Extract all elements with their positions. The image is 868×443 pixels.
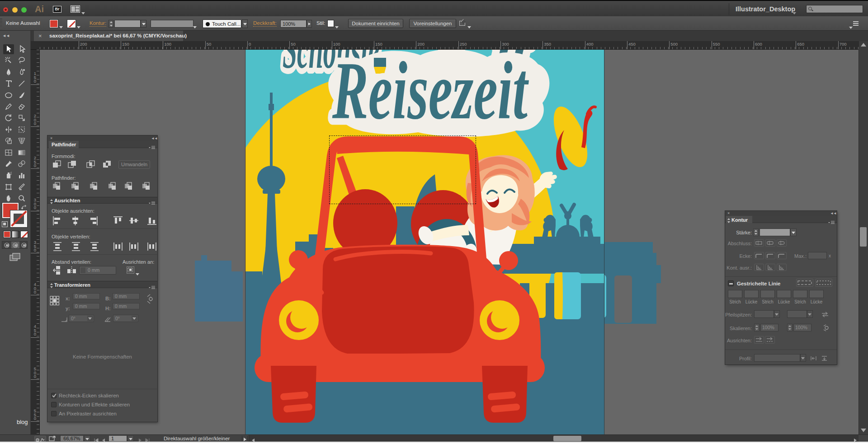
svg-text:Reisezeit: Reisezeit: [332, 50, 529, 136]
